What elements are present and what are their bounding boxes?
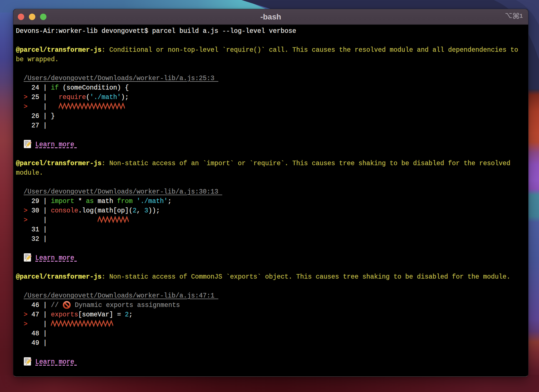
svg-text:1: 1 [520,13,523,19]
